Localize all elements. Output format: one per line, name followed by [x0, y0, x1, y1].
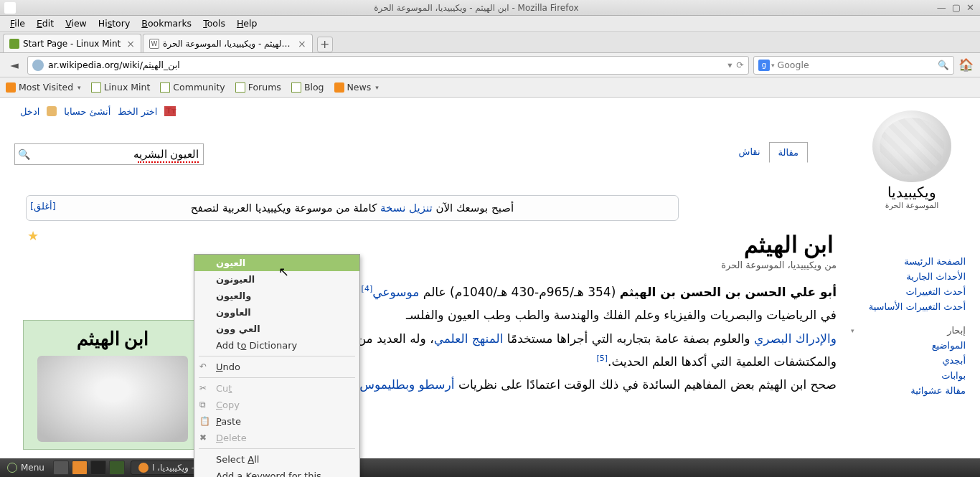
menu-tools[interactable]: Tools — [197, 16, 231, 30]
nav-portals[interactable]: بوابات — [851, 368, 966, 383]
menu-separator — [199, 377, 355, 378]
create-account-link[interactable]: أنشئ حسابا — [64, 106, 110, 117]
wikilink[interactable]: موسوعي — [372, 285, 419, 299]
wiki-page-tabs: مقالة نقاش — [730, 142, 808, 163]
nav-recent-core[interactable]: أحدث التغييرات الأساسية — [851, 299, 966, 314]
mint-icon — [160, 82, 170, 93]
spell-suggestion[interactable]: العي وون — [194, 321, 359, 337]
firefox-app-icon — [4, 2, 16, 14]
wiki-tagline: الموسوعة الحرة — [858, 201, 966, 210]
user-icon — [47, 106, 57, 116]
tab-article[interactable]: مقالة — [769, 142, 808, 163]
font-label[interactable]: اختر الخط — [118, 106, 157, 117]
reader-mode-icon[interactable]: ▾ — [727, 60, 732, 70]
banner-link[interactable]: تنزيل نسخة — [380, 202, 433, 214]
wikilink[interactable]: والإدراك البصري — [754, 331, 837, 346]
tab-start-page[interactable]: Start Page - Linux Mint × — [3, 34, 141, 52]
bookmark-most-visited[interactable]: Most Visited▾ — [6, 82, 81, 93]
firefox-launcher-icon[interactable] — [72, 461, 88, 475]
new-tab-button[interactable]: + — [317, 37, 333, 52]
search-go-icon[interactable]: 🔍 — [938, 60, 949, 70]
rss-icon — [334, 82, 344, 93]
bookmark-forums[interactable]: Forums — [235, 82, 281, 93]
url-input[interactable] — [48, 60, 727, 70]
app-menubar: File Edit View History Bookmarks Tools H… — [0, 16, 980, 32]
spell-suggestion[interactable]: والعيون — [194, 288, 359, 304]
wiki-search-box[interactable]: 🔍 — [14, 143, 204, 165]
infobox-portrait-image — [37, 356, 188, 442]
google-search-icon: g — [758, 60, 770, 71]
navigation-toolbar: ◄ ▾ ⟳ g ▾ 🔍 🏠 — [0, 53, 980, 77]
system-menu-button[interactable]: Menu — [0, 463, 52, 473]
spell-suggestion[interactable]: العيون — [194, 255, 359, 271]
undo-icon: ↶ — [199, 362, 210, 372]
close-window-button[interactable]: ✕ — [966, 2, 974, 13]
menu-history[interactable]: History — [93, 16, 136, 30]
mint-icon — [91, 82, 101, 93]
nav-section-navigate[interactable]: إبحار▾ — [851, 323, 966, 338]
infobox: ابن الهيثم — [23, 320, 202, 450]
menu-file[interactable]: File — [4, 16, 31, 30]
home-button[interactable]: 🏠 — [958, 57, 974, 73]
wikipedia-favicon-icon: W — [149, 39, 159, 49]
tab-wikipedia[interactable]: W ابن الهيثم - ويكيبيديا، الموسوعة الحرة… — [143, 34, 313, 52]
menu-bookmarks[interactable]: Bookmarks — [136, 16, 197, 30]
paste-icon: 📋 — [199, 416, 210, 427]
cut-item: ✂Cut — [194, 380, 359, 397]
tab-talk[interactable]: نقاش — [730, 142, 769, 163]
wikilink[interactable]: المنهج العلمي — [434, 331, 504, 346]
nav-topics[interactable]: المواضيع — [851, 338, 966, 353]
show-desktop-button[interactable] — [53, 461, 69, 475]
browser-tabs: Start Page - Linux Mint × W ابن الهيثم -… — [0, 32, 980, 53]
spell-suggestion[interactable]: العاوون — [194, 304, 359, 321]
wiki-sidebar-nav: الصفحة الرئيسة الأحداث الجارية أحدث التغ… — [851, 254, 966, 398]
globe-icon — [32, 60, 44, 71]
download-banner: أصبح بوسعك الآن تنزيل نسخة كاملة من موسو… — [26, 195, 679, 221]
search-bar[interactable]: g ▾ 🔍 — [753, 56, 954, 75]
infobox-title: ابن الهيثم — [31, 328, 194, 350]
banner-close-link[interactable]: [أغلق] — [30, 201, 56, 212]
page-content: Tт اختر الخط أنشئ حسابا ادخل 🔍 مقالة نقا… — [0, 98, 980, 458]
tab-close-icon[interactable]: × — [298, 38, 306, 49]
files-launcher-icon[interactable] — [109, 461, 125, 475]
featured-star-icon: ★ — [27, 228, 39, 243]
menu-view[interactable]: View — [60, 16, 93, 30]
copy-item: ⧉Copy — [194, 397, 359, 413]
undo-item[interactable]: ↶Undo — [194, 359, 359, 375]
bookmark-news[interactable]: News▾ — [334, 82, 379, 93]
paste-item[interactable]: 📋Paste — [194, 413, 359, 430]
maximize-button[interactable]: ▢ — [952, 2, 961, 13]
search-engine-dropdown-icon[interactable]: ▾ — [771, 62, 775, 69]
bookmark-linux-mint[interactable]: Linux Mint — [91, 82, 151, 93]
search-icon[interactable]: 🔍 — [15, 148, 32, 160]
menu-separator — [199, 356, 355, 356]
font-picker-icon[interactable]: Tт — [164, 106, 176, 116]
menu-edit[interactable]: Edit — [31, 16, 60, 30]
bookmark-community[interactable]: Community — [160, 82, 225, 93]
folder-icon — [6, 82, 16, 93]
back-button[interactable]: ◄ — [6, 57, 23, 74]
terminal-launcher-icon[interactable] — [90, 461, 106, 475]
minimize-button[interactable]: — — [937, 2, 946, 13]
add-keyword-item[interactable]: Add a Keyword for this Search... — [194, 468, 359, 477]
add-to-dictionary[interactable]: Add to Dictionary — [194, 337, 359, 354]
spell-suggestion[interactable]: العيونون — [194, 271, 359, 288]
nav-abc[interactable]: أبجدي — [851, 353, 966, 368]
cut-icon: ✂ — [199, 383, 210, 394]
nav-recent[interactable]: أحدث التغييرات — [851, 284, 966, 299]
login-link[interactable]: ادخل — [20, 106, 39, 117]
tab-label: Start Page - Linux Mint — [23, 39, 121, 49]
wiki-logo[interactable]: ويكيبيديا الموسوعة الحرة — [858, 110, 966, 210]
nav-current[interactable]: الأحداث الجارية — [851, 269, 966, 284]
menu-help[interactable]: Help — [231, 16, 263, 30]
nav-main[interactable]: الصفحة الرئيسة — [851, 254, 966, 269]
select-all-item[interactable]: Select All — [194, 451, 359, 468]
address-bar[interactable]: ▾ ⟳ — [27, 56, 749, 75]
bookmark-blog[interactable]: Blog — [291, 82, 324, 93]
wiki-user-links: Tт اختر الخط أنشئ حسابا ادخل — [20, 106, 176, 117]
nav-random[interactable]: مقالة عشوائية — [851, 383, 966, 398]
reload-icon[interactable]: ⟳ — [737, 60, 744, 70]
wiki-search-input[interactable] — [32, 148, 203, 161]
search-input[interactable] — [778, 60, 938, 70]
tab-close-icon[interactable]: × — [126, 38, 135, 49]
